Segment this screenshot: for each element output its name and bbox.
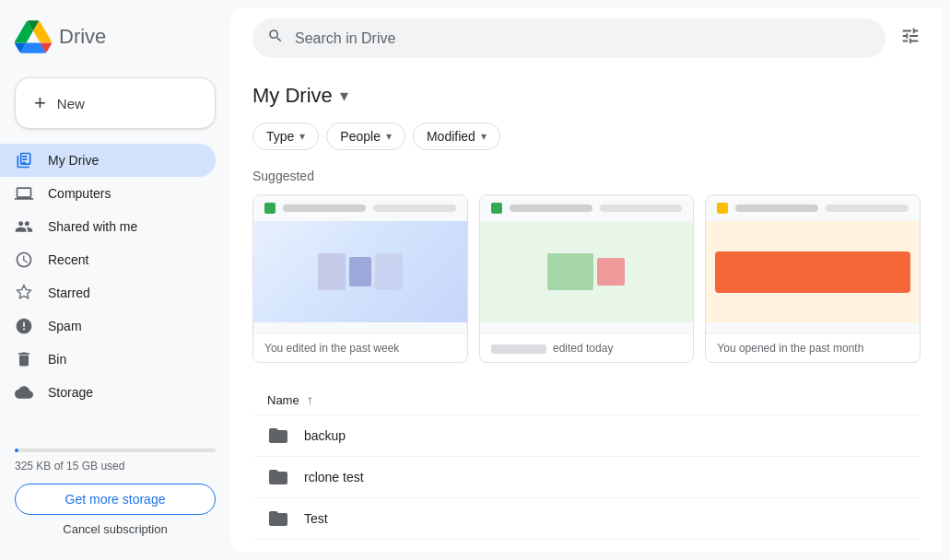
filter-type-button[interactable]: Type ▾ <box>252 122 319 150</box>
computer-icon <box>15 184 33 203</box>
card3-footer: You opened in the past month <box>706 333 920 362</box>
card3-preview <box>706 195 920 333</box>
card3-dot <box>717 203 728 214</box>
storage-used-text: 325 KB of 15 GB used <box>15 460 216 472</box>
suggested-grid: You edited in the past week <box>252 194 921 363</box>
main-content: Search in Drive My Drive ▾ Type ▾ People… <box>230 7 943 553</box>
sidebar-item-shared-with-me[interactable]: Shared with me <box>0 210 216 243</box>
sidebar-item-storage[interactable]: Storage <box>0 376 216 409</box>
sidebar-item-label-my-drive: My Drive <box>48 153 99 168</box>
drive-title-row: My Drive ▾ <box>252 84 921 108</box>
clock-icon <box>15 251 33 269</box>
sidebar-item-label-starred: Starred <box>48 286 90 300</box>
card2-footer: edited today <box>480 333 694 362</box>
card2-inner-a <box>547 253 593 290</box>
files-header[interactable]: Name ↑ <box>252 385 921 415</box>
filter-people-button[interactable]: People ▾ <box>326 122 405 150</box>
files-section: Name ↑ backup rclone test Test <box>252 385 921 540</box>
get-more-storage-button[interactable]: Get more storage <box>15 484 216 515</box>
card2-dot <box>491 203 502 214</box>
card3-title-line2 <box>826 204 909 212</box>
sidebar-item-label-storage: Storage <box>48 385 93 400</box>
star-icon <box>15 284 33 302</box>
storage-bar <box>15 449 216 452</box>
sidebar-item-label-computers: Computers <box>48 186 111 201</box>
modified-chevron-icon: ▾ <box>481 130 487 143</box>
card1-preview <box>253 195 467 333</box>
drive-title: My Drive <box>252 84 333 108</box>
card3-block <box>706 221 920 322</box>
filter-modified-button[interactable]: Modified ▾ <box>413 122 500 150</box>
sidebar-item-bin[interactable]: Bin <box>0 343 216 376</box>
sidebar-item-recent[interactable]: Recent <box>0 243 216 276</box>
card2-title-line2 <box>600 204 683 212</box>
header: Search in Drive <box>230 7 943 69</box>
card3-header <box>706 195 920 221</box>
type-chevron-icon: ▾ <box>299 130 305 143</box>
my-drive-icon <box>15 151 33 169</box>
filter-modified-label: Modified <box>427 129 475 144</box>
card1-inner1 <box>318 253 346 290</box>
card1-title-line2 <box>373 204 456 212</box>
filter-people-label: People <box>340 129 381 144</box>
sidebar-item-spam[interactable]: Spam <box>0 309 216 343</box>
sidebar-item-my-drive[interactable]: My Drive <box>0 144 216 177</box>
card2-inner-b <box>597 258 625 286</box>
filter-type-label: Type <box>266 129 294 144</box>
file-name-backup: backup <box>304 428 346 443</box>
sidebar-item-label-bin: Bin <box>48 352 66 367</box>
sidebar: Drive + New My Drive Computers Shared wi… <box>0 0 230 560</box>
files-header-name: Name <box>267 393 299 407</box>
cancel-subscription-link[interactable]: Cancel subscription <box>15 522 216 536</box>
sidebar-item-label-shared-with-me: Shared with me <box>48 219 137 234</box>
card3-inner <box>715 251 910 293</box>
sidebar-item-label-recent: Recent <box>48 252 88 267</box>
storage-section: 325 KB of 15 GB used Get more storage Ca… <box>0 434 230 551</box>
new-button-label: New <box>57 96 85 111</box>
folder-icon <box>267 466 289 488</box>
card2-footer-prefix <box>491 344 546 354</box>
table-row[interactable]: backup <box>252 415 921 457</box>
folder-icon <box>267 508 289 530</box>
new-button[interactable]: + New <box>15 77 216 129</box>
sidebar-item-computers[interactable]: Computers <box>0 177 216 210</box>
suggested-card-2[interactable]: edited today <box>479 194 695 363</box>
card1-inner3 <box>375 253 403 290</box>
card2-footer-text: edited today <box>553 342 613 355</box>
app-name: Drive <box>59 25 106 49</box>
card1-inner2 <box>349 257 371 286</box>
suggested-section-title: Suggested <box>252 169 921 183</box>
people-icon <box>15 217 33 236</box>
storage-bar-fill <box>15 449 18 452</box>
card1-footer: You edited in the past week <box>253 333 467 362</box>
table-row[interactable]: Test <box>252 498 921 540</box>
sidebar-item-starred[interactable]: Starred <box>0 276 216 309</box>
search-bar[interactable]: Search in Drive <box>252 18 885 58</box>
card3-title-line <box>735 204 818 212</box>
app-logo: Drive <box>0 9 230 70</box>
people-chevron-icon: ▾ <box>386 130 392 143</box>
cloud-icon <box>15 383 33 402</box>
card2-title-line <box>510 204 592 212</box>
file-name-test: Test <box>304 511 328 526</box>
card2-preview <box>480 195 694 333</box>
card1-block <box>253 221 467 322</box>
table-row[interactable]: rclone test <box>252 457 921 498</box>
sort-ascending-icon: ↑ <box>307 392 313 407</box>
title-dropdown-icon[interactable]: ▾ <box>340 86 348 106</box>
trash-icon <box>15 350 33 368</box>
card2-block <box>480 221 694 322</box>
card1-header <box>253 195 467 221</box>
search-icon <box>267 28 284 49</box>
plus-icon: + <box>34 91 46 115</box>
settings-filter-icon[interactable] <box>900 26 921 51</box>
suggested-card-1[interactable]: You edited in the past week <box>252 194 468 363</box>
folder-icon <box>267 425 289 447</box>
drive-content-area: My Drive ▾ Type ▾ People ▾ Modified ▾ Su… <box>230 69 943 553</box>
card2-header <box>480 195 694 221</box>
card1-dot <box>264 203 276 214</box>
sidebar-item-label-spam: Spam <box>48 319 82 333</box>
suggested-card-3[interactable]: You opened in the past month <box>705 194 921 363</box>
search-placeholder: Search in Drive <box>295 30 395 47</box>
filter-row: Type ▾ People ▾ Modified ▾ <box>252 122 921 150</box>
